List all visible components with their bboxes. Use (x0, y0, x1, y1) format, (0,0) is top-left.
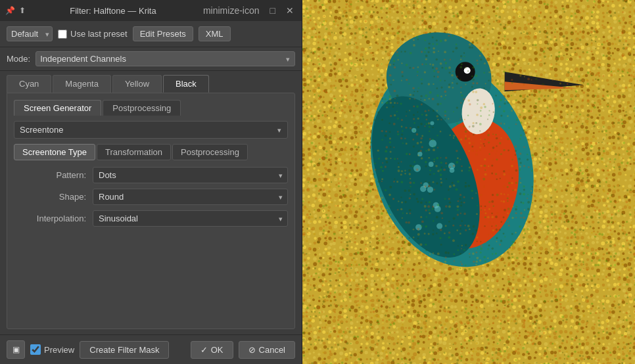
channel-tabs: Cyan Magenta Yellow Black (0, 71, 302, 93)
title-bar-left: 📌 ⬆ (5, 6, 26, 15)
preview-label[interactable]: Preview (30, 344, 74, 355)
shape-label: Shape: (14, 192, 86, 202)
preview-icon-button[interactable]: ▣ (7, 340, 25, 359)
bird-canvas (302, 0, 635, 364)
screentone-dropdown-wrap: Screentone (14, 121, 288, 139)
cancel-button[interactable]: ⊘ Cancel (239, 341, 295, 359)
tab-postprocessing[interactable]: Postprocessing (103, 100, 181, 116)
tab-transformation[interactable]: Transformation (97, 144, 171, 160)
tab-screen-generator[interactable]: Screen Generator (14, 100, 101, 116)
shape-select[interactable]: Round (93, 189, 288, 205)
screen-tabs: Screen Generator Postprocessing (14, 100, 288, 116)
close-button[interactable]: ✕ (283, 5, 296, 16)
screentone-select[interactable]: Screentone (14, 121, 288, 139)
main-content: Screen Generator Postprocessing Screento… (7, 93, 295, 329)
tab-cyan[interactable]: Cyan (7, 75, 51, 93)
bottom-bar: ▣ Preview Create Filter Mask ✓ OK ⊘ Canc… (0, 334, 302, 364)
ok-button[interactable]: ✓ OK (191, 341, 233, 359)
create-filter-mask-button[interactable]: Create Filter Mask (80, 341, 169, 359)
toolbar: Default Use last preset Edit Presets XML (0, 21, 302, 47)
interpolation-row: Interpolation: Sinusoidal (14, 210, 288, 227)
float-icon[interactable]: ⬆ (19, 6, 26, 15)
pattern-select-wrap: Dots (93, 167, 288, 183)
inner-tabs: Screentone Type Transformation Postproce… (14, 144, 288, 160)
title-bar: 📌 ⬆ Filter: Halftone — Krita minimize-ic… (0, 0, 302, 21)
shape-row: Shape: Round (14, 189, 288, 205)
mode-select-wrap: Independent Channels (35, 51, 295, 66)
mode-select[interactable]: Independent Channels (35, 51, 295, 66)
pattern-row: Pattern: Dots (14, 167, 288, 183)
preview-checkbox[interactable] (30, 344, 41, 355)
use-last-preset-checkbox[interactable] (58, 30, 67, 39)
preset-select[interactable]: Default (7, 26, 53, 41)
pin-icon[interactable]: 📌 (5, 6, 15, 15)
use-last-preset-label[interactable]: Use last preset (58, 29, 128, 39)
mode-label: Mode: (7, 54, 30, 64)
interpolation-select[interactable]: Sinusoidal (93, 210, 288, 227)
ok-check-icon: ✓ (200, 345, 208, 355)
pattern-label: Pattern: (14, 170, 86, 180)
preset-dropdown-wrap: Default (7, 26, 53, 41)
maximize-button[interactable]: □ (268, 5, 278, 16)
window-title: Filter: Halftone — Krita (70, 6, 156, 16)
mode-row: Mode: Independent Channels (0, 47, 302, 71)
minimize-button[interactable]: minimize-icon (200, 5, 262, 16)
tab-magenta[interactable]: Magenta (53, 75, 111, 93)
tab-inner-postprocessing[interactable]: Postprocessing (172, 144, 248, 160)
tab-yellow[interactable]: Yellow (112, 75, 162, 93)
shape-select-wrap: Round (93, 189, 288, 205)
interpolation-select-wrap: Sinusoidal (93, 210, 288, 227)
filter-panel: 📌 ⬆ Filter: Halftone — Krita minimize-ic… (0, 0, 302, 364)
interpolation-label: Interpolation: (14, 214, 86, 223)
edit-presets-button[interactable]: Edit Presets (133, 26, 193, 41)
cancel-x-icon: ⊘ (248, 345, 256, 355)
tab-screentone-type[interactable]: Screentone Type (14, 144, 95, 160)
bird-preview-area (302, 0, 635, 364)
xml-button[interactable]: XML (199, 26, 231, 41)
title-bar-right: minimize-icon □ ✕ (200, 5, 296, 16)
tab-black[interactable]: Black (163, 75, 209, 93)
pattern-select[interactable]: Dots (93, 167, 288, 183)
